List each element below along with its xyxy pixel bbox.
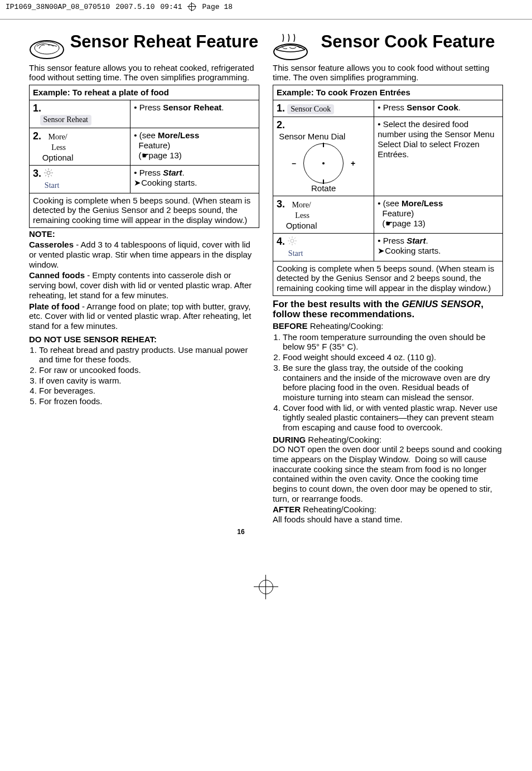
less-button[interactable]: Less <box>295 211 309 220</box>
before-list: The room temperature surrounding the ove… <box>283 332 503 433</box>
plate-of-food-note: Plate of food - Arrange food on plate; t… <box>29 302 259 331</box>
crop-mark-icon <box>254 575 278 599</box>
dial-label: Sensor Menu Dial <box>279 132 345 141</box>
example-table-reheat: Example: To reheat a plate of food 1. Se… <box>29 85 259 193</box>
cook-complete-note: Cooking is complete when 5 beeps sound. … <box>273 261 503 296</box>
before-heading: BEFORE <box>273 321 308 331</box>
svg-line-18 <box>294 243 296 244</box>
start-button[interactable]: Start <box>45 181 59 190</box>
best-results-heading: For the best results with the GENIUS SEN… <box>273 299 503 320</box>
step-number: 3. <box>277 198 285 210</box>
step-number: 1. <box>33 103 41 114</box>
step3-desc: • (see More/Less Feature) (☛page 13) <box>374 196 503 233</box>
sensor-cook-button[interactable]: Sensor Cook <box>287 104 334 115</box>
list-item: For beverages. <box>39 386 259 396</box>
svg-line-7 <box>45 169 46 171</box>
time: 09:41 <box>160 3 182 11</box>
intro-reheat: This sensor feature allows you to reheat… <box>29 63 259 83</box>
svg-line-10 <box>45 175 46 176</box>
casserole-icon <box>273 33 308 61</box>
cook-complete-note: Cooking is complete when 5 beeps sound. … <box>29 193 259 228</box>
list-item: For raw or uncooked foods. <box>39 365 259 375</box>
step1-desc: • Press Sensor Cook. <box>374 100 503 117</box>
example-title: Example: To reheat a plate of food <box>30 85 259 100</box>
intro-cook: This sensor feature allows you to cook f… <box>273 63 503 83</box>
optional-label: Optional <box>286 221 317 230</box>
step-number: 2. <box>277 119 285 130</box>
step-number: 3. <box>33 168 41 179</box>
svg-point-2 <box>47 171 50 174</box>
step4-desc: • Press Start.➤Cooking starts. <box>374 234 503 261</box>
rotate-label: Rotate <box>311 183 336 193</box>
svg-line-17 <box>289 237 290 239</box>
svg-line-20 <box>289 243 290 244</box>
start-button[interactable]: Start <box>288 249 303 258</box>
list-item: For frozen foods. <box>39 396 259 406</box>
svg-point-12 <box>291 239 294 243</box>
step-number: 2. <box>33 130 41 142</box>
list-item: Be sure the glass tray, the outside of t… <box>283 363 503 403</box>
step1-desc: • Press Sensor Reheat. <box>130 100 259 128</box>
date: 2007.5.10 <box>115 3 154 11</box>
list-item: Food weight should exceed 4 oz. (110 g). <box>283 352 503 362</box>
example-title: Example: To cook Frozen Entrées <box>273 85 503 100</box>
after-section: AFTER Reheating/Cooking: All foods shoul… <box>273 505 503 524</box>
step-number: 1. <box>277 103 285 114</box>
list-item: To reheat bread and pastry products. Use… <box>39 345 259 365</box>
less-button[interactable]: Less <box>51 143 66 152</box>
plate-icon <box>29 33 65 61</box>
do-not-use-heading: DO NOT USE SENSOR REHEAT: <box>29 334 259 344</box>
start-light-icon <box>287 237 297 246</box>
start-light-icon <box>43 169 54 178</box>
svg-line-9 <box>51 169 52 171</box>
during-section: DURING Reheating/Cooking: DO NOT open th… <box>273 435 503 504</box>
example-table-cook: Example: To cook Frozen Entrées 1. Senso… <box>273 85 503 261</box>
job-id: IP1069_38N00AP_08_070510 <box>6 3 110 11</box>
minus-icon: – <box>292 159 296 168</box>
step-number: 4. <box>277 236 285 247</box>
svg-line-8 <box>51 175 52 176</box>
list-item: Cover food with lid, or with vented plas… <box>283 403 503 433</box>
heading-sensor-cook: Sensor Cook Feature <box>313 33 503 51</box>
header-strip: IP1069_38N00AP_08_070510 2007.5.10 09:41… <box>0 1 532 20</box>
canned-foods-note: Canned foods - Empty contents into casse… <box>29 270 259 300</box>
page-number: 16 <box>0 528 503 536</box>
sensor-menu-dial[interactable] <box>303 143 344 183</box>
sensor-reheat-button[interactable]: Sensor Reheat <box>40 115 91 125</box>
step3-desc: • Press Start.➤Cooking starts. <box>130 166 259 193</box>
optional-label: Optional <box>42 153 74 162</box>
note-heading: NOTE: <box>29 229 55 239</box>
page-label: Page 18 <box>202 3 233 11</box>
column-sensor-reheat: Sensor Reheat Feature This sensor featur… <box>29 33 259 526</box>
column-sensor-cook: Sensor Cook Feature This sensor feature … <box>273 33 503 526</box>
heading-sensor-reheat: Sensor Reheat Feature <box>69 33 259 51</box>
svg-line-19 <box>294 237 296 239</box>
step2-desc: • Select the desired food number using t… <box>374 117 503 196</box>
list-item: If oven cavity is warm. <box>39 376 259 386</box>
more-button[interactable]: More/ <box>292 201 311 209</box>
step2-desc: • (see More/Less Feature) (☛page 13) <box>130 128 259 165</box>
svg-point-1 <box>35 42 59 54</box>
list-item: The room temperature surrounding the ove… <box>283 332 503 352</box>
plus-icon: + <box>351 159 355 168</box>
casseroles-note: Casseroles - Add 3 to 4 tablespoons of l… <box>29 240 259 269</box>
do-not-list: To reheat bread and pastry products. Use… <box>39 345 259 406</box>
crop-mark-icon <box>187 2 196 11</box>
more-button[interactable]: More/ <box>49 133 67 141</box>
